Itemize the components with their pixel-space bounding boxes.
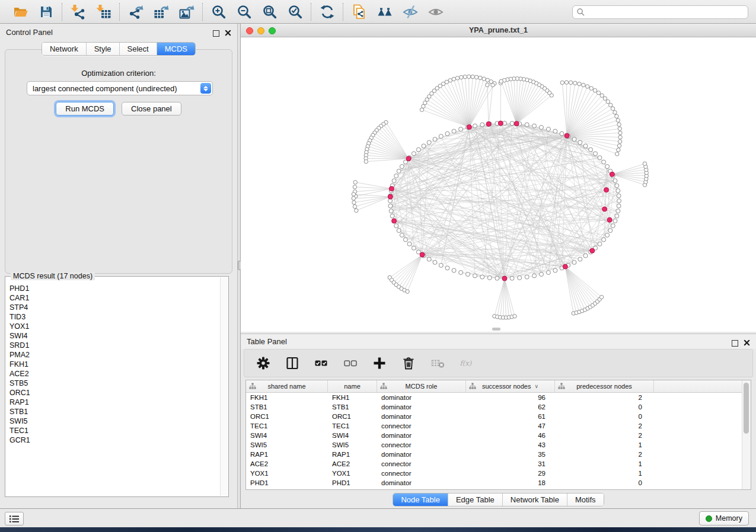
cell-MCDS-role[interactable]: dominator — [377, 450, 466, 459]
cell-MCDS-role[interactable]: connector — [377, 459, 466, 469]
tab-mcds[interactable]: MCDS — [157, 43, 195, 55]
column-header-shared-name[interactable]: shared name — [246, 380, 328, 392]
cell-predecessor-nodes[interactable]: 0 — [555, 412, 654, 421]
cell-successor-nodes[interactable]: 43 — [466, 440, 555, 450]
column-header-predecessor-nodes[interactable]: predecessor nodes — [555, 380, 654, 392]
selected-node[interactable] — [604, 188, 609, 193]
cell-MCDS-role[interactable]: connector — [377, 421, 466, 431]
export-table-icon[interactable] — [153, 4, 169, 20]
cell-predecessor-nodes[interactable]: 1 — [555, 469, 654, 478]
cell-name[interactable]: TEC1 — [328, 421, 377, 431]
tab-node-table[interactable]: Node Table — [393, 493, 448, 506]
mcds-result-item[interactable]: TID3 — [6, 312, 220, 322]
select-all-icon[interactable] — [313, 355, 329, 371]
close-panel-button[interactable]: Close panel — [122, 102, 181, 116]
cell-successor-nodes[interactable]: 18 — [466, 478, 555, 488]
float-panel-icon[interactable] — [213, 30, 219, 37]
selected-node[interactable] — [388, 194, 393, 199]
export-network-icon[interactable] — [127, 4, 143, 20]
show-all-icon[interactable] — [428, 4, 444, 20]
column-header-name[interactable]: name — [328, 380, 377, 392]
mcds-result-item[interactable]: TEC1 — [6, 426, 220, 435]
selected-node[interactable] — [392, 219, 397, 223]
cell-predecessor-nodes[interactable]: 2 — [555, 450, 654, 459]
cell-MCDS-role[interactable]: connector — [377, 440, 466, 450]
cell-name[interactable]: STB1 — [328, 402, 377, 412]
selected-node[interactable] — [406, 156, 411, 161]
cell-successor-nodes[interactable]: 96 — [466, 393, 555, 402]
cell-MCDS-role[interactable]: connector — [377, 469, 466, 478]
save-session-icon[interactable] — [38, 4, 54, 20]
cell-MCDS-role[interactable]: dominator — [377, 431, 466, 440]
selected-node[interactable] — [564, 133, 569, 138]
zoom-fit-icon[interactable] — [261, 4, 277, 20]
cell-predecessor-nodes[interactable]: 1 — [555, 459, 654, 469]
cell-MCDS-role[interactable]: dominator — [377, 412, 466, 421]
tab-edge-table[interactable]: Edge Table — [448, 493, 503, 506]
table-row[interactable]: YOX1YOX1connector291 — [246, 469, 751, 478]
selected-node[interactable] — [563, 264, 567, 269]
mcds-result-item[interactable]: RAP1 — [6, 398, 220, 407]
open-file-icon[interactable] — [12, 4, 28, 20]
table-scrollbar-thumb[interactable] — [744, 383, 749, 434]
cell-shared-name[interactable]: SWI4 — [246, 431, 328, 440]
cell-successor-nodes[interactable]: 35 — [466, 450, 555, 459]
selected-node[interactable] — [389, 187, 394, 191]
mcds-result-item[interactable]: FKH1 — [6, 360, 220, 369]
task-history-button[interactable] — [5, 512, 24, 525]
cell-shared-name[interactable]: TEC1 — [246, 421, 328, 431]
run-mcds-button[interactable]: Run MCDS — [56, 102, 114, 116]
table-row[interactable]: SWI4SWI4dominator462 — [246, 431, 751, 440]
mcds-result-item[interactable]: SWI4 — [6, 331, 220, 341]
refresh-icon[interactable] — [319, 4, 335, 20]
table-float-icon[interactable] — [732, 340, 738, 347]
cell-shared-name[interactable]: FKH1 — [246, 393, 328, 402]
import-network-icon[interactable] — [70, 4, 86, 20]
cell-shared-name[interactable]: STB1 — [246, 402, 328, 412]
cell-shared-name[interactable]: PHD1 — [246, 478, 328, 488]
search-box[interactable] — [572, 5, 748, 19]
cell-predecessor-nodes[interactable]: 1 — [555, 440, 654, 450]
network-graph[interactable] — [241, 37, 756, 332]
delete-column-icon[interactable] — [400, 355, 416, 371]
cell-successor-nodes[interactable]: 61 — [466, 412, 555, 421]
first-neighbors-icon[interactable] — [377, 4, 393, 20]
memory-button[interactable]: Memory — [699, 511, 749, 525]
selected-node[interactable] — [602, 207, 607, 211]
selected-node[interactable] — [514, 121, 519, 126]
mcds-result-item[interactable]: YOX1 — [6, 322, 220, 331]
close-panel-icon[interactable] — [225, 28, 231, 39]
cell-shared-name[interactable]: ORC1 — [246, 412, 328, 421]
cell-successor-nodes[interactable]: 62 — [466, 402, 555, 412]
cell-name[interactable]: YOX1 — [328, 469, 377, 478]
split-panel-icon[interactable] — [284, 355, 300, 371]
cell-shared-name[interactable]: YOX1 — [246, 469, 328, 478]
cell-name[interactable]: PHD1 — [328, 478, 377, 488]
mcds-result-item[interactable]: GCR1 — [6, 435, 220, 445]
table-row[interactable]: ACE2ACE2connector311 — [246, 459, 751, 469]
selected-node[interactable] — [610, 172, 614, 177]
canvas-hscroll-thumb[interactable] — [492, 328, 500, 331]
cell-MCDS-role[interactable]: dominator — [377, 402, 466, 412]
table-row[interactable]: TEC1TEC1connector472 — [246, 421, 751, 431]
cell-name[interactable]: ACE2 — [328, 459, 377, 469]
mcds-result-item[interactable]: SWI5 — [6, 416, 220, 426]
selected-node[interactable] — [498, 121, 503, 126]
mcds-result-item[interactable]: PMA2 — [6, 350, 220, 360]
cell-name[interactable]: FKH1 — [328, 393, 377, 402]
table-row[interactable]: ORC1ORC1dominator610 — [246, 412, 751, 421]
table-row[interactable]: PHD1PHD1dominator180 — [246, 478, 751, 488]
table-scrollbar[interactable] — [742, 380, 751, 489]
cell-shared-name[interactable]: SWI5 — [246, 440, 328, 450]
cell-name[interactable]: SWI4 — [328, 431, 377, 440]
tab-motifs[interactable]: Motifs — [567, 493, 604, 506]
cell-shared-name[interactable]: ACE2 — [246, 459, 328, 469]
selected-node[interactable] — [420, 252, 425, 257]
search-input[interactable] — [585, 7, 748, 18]
zoom-in-icon[interactable] — [210, 4, 227, 20]
selected-node[interactable] — [467, 124, 471, 129]
mcds-result-item[interactable]: PHD1 — [6, 284, 220, 293]
criterion-dropdown[interactable]: largest connected component (undirected) — [27, 81, 213, 95]
selected-node[interactable] — [502, 276, 507, 281]
cell-name[interactable]: ORC1 — [328, 412, 377, 421]
